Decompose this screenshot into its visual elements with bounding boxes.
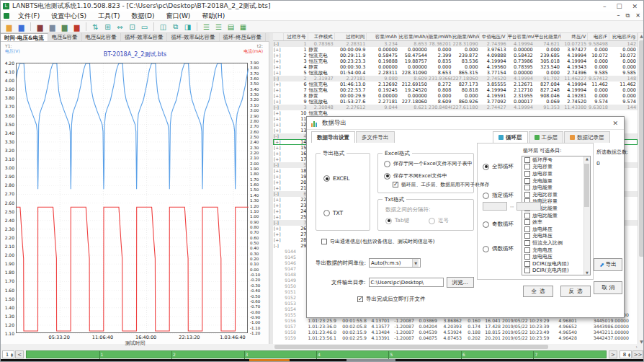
expand-toggle-icon[interactable]: [+]	[273, 237, 284, 243]
channel-info-checkbox[interactable]: 导出通道信息(包括设备信息、测试时间信息等)	[321, 238, 434, 245]
next-page-button[interactable]: >	[609, 350, 617, 358]
step-row[interactable]: [+]4静置00:00:30.30.000000.000000.0000.000…	[273, 64, 638, 70]
menu-item[interactable]: 设置中心(S)	[45, 12, 92, 19]
record-row[interactable]: 91561.01:23:25.900:01:55.84.13701-1.2008…	[273, 318, 638, 324]
expand-toggle-icon[interactable]: [-]	[273, 191, 284, 197]
excel-radio[interactable]: EXCEL	[323, 175, 350, 182]
cycle-group-row[interactable]: [-]22.319372.271819.0808.609231.93660227…	[273, 76, 638, 81]
menu-item[interactable]: 窗口(W)	[160, 12, 196, 19]
column-header[interactable]: 电容/F	[588, 33, 609, 40]
open-file-icon[interactable]: ▆	[4, 22, 14, 32]
device-icon[interactable]: ▆	[35, 22, 45, 32]
comma-radio[interactable]: 逗号	[429, 217, 449, 224]
step-row[interactable]: [+]6恒流充电01:46:13.02.12692212.691508.2728…	[273, 81, 638, 87]
layer-tab[interactable]: 循环层	[493, 131, 528, 143]
dialog-close-icon[interactable]: ✕	[612, 120, 624, 127]
prev-page-button[interactable]: <	[15, 350, 24, 358]
taskbar-app-orange[interactable]	[249, 359, 290, 362]
window-tile-icon[interactable]: ◨	[182, 22, 193, 32]
browse-button[interactable]: 浏览...	[447, 277, 474, 288]
expand-toggle-icon[interactable]: [+]	[273, 93, 284, 99]
close-button[interactable]: ✕	[632, 3, 638, 10]
expand-toggle-icon[interactable]: [+]	[273, 87, 284, 93]
record-row[interactable]: 91591.01:23:56.100:02:25.94.13391-1.2008…	[273, 335, 638, 341]
expand-toggle-icon[interactable]: [+]	[273, 122, 284, 128]
step-row[interactable]: [+]2恒流充电00:29:11.90.5847558.475442.39923…	[273, 53, 638, 58]
expand-toggle-icon[interactable]: [+]	[273, 208, 284, 214]
time-unit-select[interactable]: Auto(h:m:s)▼	[369, 258, 421, 268]
step-row[interactable]: [+]8静置00:00:29.90.000000.000000.0000.000…	[273, 93, 638, 99]
step-row[interactable]: [+]5恒流放电01:54:00.42.28311228.310908.6538…	[273, 70, 638, 76]
cycle-group-row[interactable]: [-]32.308482.276129.0448.621230.84840227…	[273, 105, 638, 110]
vscroll-down-arrow[interactable]: ▼	[638, 339, 644, 344]
expand-toggle-icon[interactable]: [-]	[273, 220, 284, 226]
chart-tab[interactable]: 时间-电压&电流	[1, 33, 48, 41]
expand-toggle-icon[interactable]: [-]	[273, 105, 284, 110]
cycle-item-checkbox[interactable]: 效率	[522, 218, 590, 226]
select-all-button[interactable]: 全选	[523, 286, 553, 297]
vscroll-thumb[interactable]	[639, 40, 644, 257]
expand-toggle-icon[interactable]: [+]	[273, 128, 284, 133]
expand-toggle-icon[interactable]: [-]	[273, 76, 284, 81]
expand-toggle-icon[interactable]: [+]	[273, 64, 284, 70]
column-header[interactable]: 过程序号	[284, 33, 308, 40]
txt-radio[interactable]: TXT	[323, 210, 343, 216]
hscroll-right-arrow[interactable]: ›	[636, 344, 638, 349]
zoom-expand-icon[interactable]: ⊞	[102, 22, 113, 32]
expand-toggle-icon[interactable]: [+]	[273, 58, 284, 64]
expand-toggle-icon[interactable]: [+]	[273, 214, 284, 220]
minimize-button[interactable]: –	[603, 3, 607, 10]
column-header[interactable]: 能量/mWh	[429, 33, 453, 40]
step-row[interactable]: [+]1静置00:00:09.90.000000.000000.0000.000…	[273, 47, 638, 53]
sheet-split-checkbox[interactable]: 循环层、工步层、数据层用不同子表保存	[393, 181, 489, 188]
diff-file-radio[interactable]: 保存于不同Excel文件中	[384, 172, 447, 180]
output-dir-input[interactable]: C:\Users\pc\Desktop\	[369, 278, 444, 287]
child-close-button[interactable]: ✕	[635, 12, 640, 19]
window-cascade-icon[interactable]: ⧉	[170, 22, 181, 32]
list-view-2-icon[interactable]: ☰	[213, 22, 224, 32]
layer-tab[interactable]: 工步层	[529, 131, 564, 143]
selection-box-icon[interactable]: ▭	[139, 22, 150, 32]
cycle-item-checkbox[interactable]: 充电能量	[522, 177, 590, 185]
cycle-item-checkbox[interactable]: 放电电压	[522, 253, 590, 260]
cycle-item-checkbox[interactable]: 循环序号	[522, 156, 590, 164]
chart-tab[interactable]: 循环-效率&比容量	[167, 33, 219, 41]
cycle-item-checkbox[interactable]: 充电比容量	[522, 191, 590, 198]
expand-toggle-icon[interactable]: [+]	[273, 151, 284, 156]
menu-item[interactable]: 工具(T)	[92, 12, 126, 19]
column-header[interactable]: 比能量/Wh/kg	[452, 33, 479, 40]
last-page-button[interactable]: >>	[632, 350, 643, 358]
expand-toggle-icon[interactable]: [+]	[273, 180, 284, 185]
expand-toggle-icon[interactable]: [-]	[273, 162, 284, 168]
chart-edit-icon[interactable]: ▆	[59, 22, 70, 32]
expand-toggle-icon[interactable]: [+]	[273, 110, 284, 116]
expand-toggle-icon[interactable]: [+]	[273, 226, 284, 231]
expand-toggle-icon[interactable]: [+]	[273, 231, 284, 237]
expand-toggle-icon[interactable]: [+]	[273, 53, 284, 58]
cycle-item-checkbox[interactable]: 放电比能量	[522, 212, 590, 219]
cycle-group-row[interactable]: [-]10.783632.283113.2348.65378.36201228.…	[273, 41, 638, 47]
expand-toggle-icon[interactable]: [+]	[273, 139, 284, 145]
cancel-button[interactable]: 取消	[594, 281, 622, 294]
range-from-input[interactable]	[483, 202, 507, 211]
maximize-button[interactable]: ☐	[616, 3, 622, 10]
column-header[interactable]: 容量/mAh	[367, 33, 399, 40]
chart-tab[interactable]: 循环-效率&容量	[121, 33, 168, 41]
cycle-item-checkbox[interactable]: 放电能量	[522, 184, 590, 191]
zoom-fit-icon[interactable]: ⊡	[127, 22, 138, 32]
save-icon[interactable]: ▆	[16, 22, 27, 32]
expand-toggle-icon[interactable]: [+]	[273, 99, 284, 105]
menu-item[interactable]: 帮助(H)	[196, 12, 231, 19]
column-header[interactable]: 中值电压/V	[480, 33, 508, 40]
cycle-item-checkbox[interactable]: 放电终压	[522, 226, 590, 233]
cycle-item-checkbox[interactable]: 充电容量	[522, 164, 590, 171]
expand-toggle-icon[interactable]: [+]	[273, 168, 284, 174]
table-vertical-scrollbar[interactable]: ▲▼	[638, 33, 644, 344]
column-header[interactable]: 平台比能量/W	[535, 33, 561, 40]
expand-toggle-icon[interactable]: [-]	[273, 243, 284, 249]
step-row[interactable]: [+]3恒压充电00:23:23.30.1988819.887570.83583…	[273, 58, 638, 64]
cycle-scope-radio[interactable]: 指定循环	[483, 192, 514, 199]
cycle-scope-radio[interactable]: 奇数循环	[483, 221, 514, 228]
tab-key-radio[interactable]: Tab键	[385, 217, 409, 224]
column-header[interactable]: 比容量/mAh/g	[399, 33, 429, 40]
